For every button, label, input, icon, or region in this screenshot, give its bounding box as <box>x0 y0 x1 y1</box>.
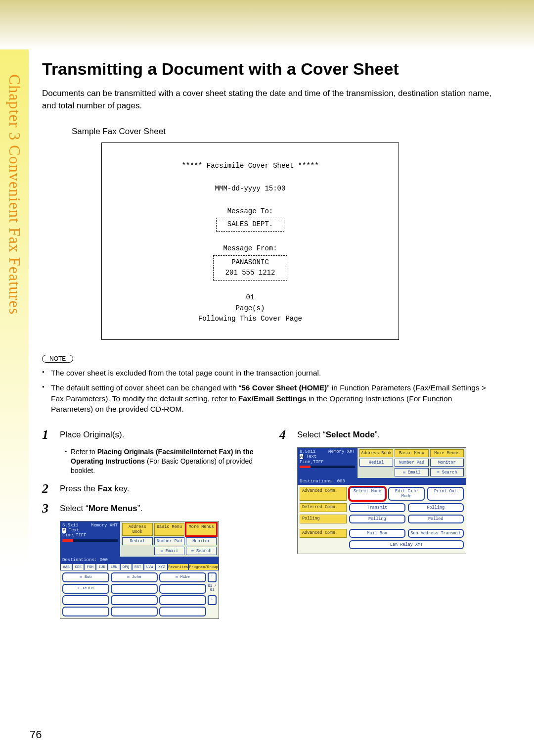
step-3-text: Select “More Menus”. <box>60 501 142 514</box>
lcd4-sub-address-transmit[interactable]: Sub Address Transmit <box>408 529 464 538</box>
lcd3-contact[interactable]: ✉ Mike <box>159 572 206 582</box>
lcd4-label-advcomm: Advanced Comm. <box>300 487 347 501</box>
lcd3-tab[interactable]: CDE <box>72 564 84 570</box>
cover-datetime: MMM-dd-yyyy 15:00 <box>112 184 389 194</box>
lcd3-tab[interactable]: #AB <box>60 564 72 570</box>
cover-msgfrom-box: PANASONIC 201 555 1212 <box>213 255 288 281</box>
note-1: The cover sheet is excluded from the tot… <box>42 368 492 378</box>
cover-following: Following This Cover Page <box>112 314 389 325</box>
lcd4-number-pad[interactable]: Number Pad <box>395 459 428 467</box>
lcd3-down-arrow[interactable]: ↓ <box>208 595 217 605</box>
lcd3-tab[interactable]: XYZ <box>156 564 168 570</box>
cover-pages-label: Page(s) <box>112 303 389 314</box>
notes-block: The cover sheet is excluded from the tot… <box>42 368 492 415</box>
lcd3-tabs: #AB CDE FGH IJK LMN OPQ RST UVW XYZ Favo… <box>60 564 219 570</box>
step-1-sub: Refer to Placing Originals (Facsimile/In… <box>65 447 255 475</box>
cover-msgto-value: SALES DEPT. <box>216 218 284 232</box>
lcd3-tab-program[interactable]: Program/Group <box>188 564 219 570</box>
lcd3-up-arrow[interactable]: ↑ <box>208 572 217 582</box>
lcd-step4: 8.5x11Memory XMT A Text Fine,TIFF Addres… <box>297 447 466 554</box>
lcd4-select-mode[interactable]: Select Mode <box>349 487 386 501</box>
lcd3-email[interactable]: ✉ Email <box>154 547 185 555</box>
page-title: Transmitting a Document with a Cover She… <box>42 59 492 79</box>
lcd3-empty-slot[interactable] <box>111 584 158 594</box>
lcd3-contact[interactable]: ✉ John <box>111 572 158 582</box>
cover-msgto-label: Message To: <box>112 206 389 217</box>
step-2-num: 2 <box>42 481 53 496</box>
lcd3-redial[interactable]: Redial <box>122 537 153 545</box>
step-3: 3 Select “More Menus”. <box>42 501 255 516</box>
lcd3-empty-slot[interactable] <box>111 595 158 605</box>
step-4-num: 4 <box>279 427 290 442</box>
lcd4-monitor[interactable]: Monitor <box>430 459 464 467</box>
step-3-num: 3 <box>42 501 53 516</box>
lcd4-status: 8.5x11Memory XMT A Text Fine,TIFF <box>298 448 357 478</box>
cover-header: ***** Facsimile Cover Sheet ***** <box>112 161 389 172</box>
lcd4-basic-menu[interactable]: Basic Menu <box>395 449 428 457</box>
lcd3-status: 8.5x11Memory XMT A Text Fine,TIFF <box>60 521 120 557</box>
lcd3-address-book[interactable]: Address Book <box>122 523 153 536</box>
lcd3-contact[interactable]: ☏ Tel01 <box>62 584 109 594</box>
lcd4-label-advcomm2: Advanced Comm. <box>300 529 347 538</box>
lcd3-destinations: Destinations: 000 <box>60 557 219 564</box>
page-number: 76 <box>30 728 42 741</box>
lcd4-address-book[interactable]: Address Book <box>359 449 393 457</box>
lcd4-edit-file-mode[interactable]: Edit File Mode <box>388 487 425 501</box>
lcd4-search[interactable]: ⌨ Search <box>430 468 464 476</box>
lcd4-print-out[interactable]: Print Out <box>427 487 464 501</box>
cover-sheet-sample: ***** Facsimile Cover Sheet ***** MMM-dd… <box>101 142 399 340</box>
lcd4-redial[interactable]: Redial <box>359 459 393 467</box>
lcd3-tab-favorites[interactable]: Favorites <box>168 564 189 570</box>
step-1-num: 1 <box>42 427 53 442</box>
lcd3-search[interactable]: ⌨ Search <box>186 547 217 555</box>
lcd3-number-pad[interactable]: Number Pad <box>154 537 185 545</box>
cover-msgfrom-label: Message From: <box>112 243 389 254</box>
step-1: 1 Place Original(s). <box>42 427 255 442</box>
lcd3-empty-slot[interactable] <box>111 607 158 616</box>
lcd4-mailbox[interactable]: Mail Box <box>349 529 405 538</box>
lcd4-polled-btn[interactable]: Polled <box>408 515 464 523</box>
lcd4-label-deferred: Deferred Comm. <box>300 503 347 512</box>
note-2: The default setting of cover sheet can b… <box>42 382 492 415</box>
lcd4-more-menus[interactable]: More Menus <box>430 449 464 457</box>
lcd3-tab[interactable]: LMN <box>108 564 120 570</box>
lcd3-empty-slot[interactable] <box>159 584 206 594</box>
lcd4-destinations: Destinations: 000 <box>298 478 466 485</box>
step-1-text: Place Original(s). <box>60 427 124 440</box>
sample-cover-label: Sample Fax Cover Sheet <box>72 127 492 137</box>
lcd3-tab[interactable]: UVW <box>144 564 156 570</box>
lcd4-email[interactable]: ✉ Email <box>395 468 428 476</box>
lcd4-polling[interactable]: Polling <box>408 503 464 512</box>
lcd3-empty-slot[interactable] <box>159 595 206 605</box>
lcd3-empty-slot[interactable] <box>159 607 206 616</box>
step-4-text: Select “Select Mode”. <box>297 427 380 440</box>
step-2: 2 Press the Fax key. <box>42 481 255 496</box>
lcd4-modes: Advanced Comm. Select Mode Edit File Mod… <box>298 485 466 554</box>
lcd3-more-menus[interactable]: More Menus <box>186 523 217 536</box>
top-gradient <box>0 0 534 49</box>
chapter-label: Chapter 3 Convenient Fax Features <box>4 74 24 381</box>
lcd3-page-indicator: 01 / 01 <box>208 584 217 594</box>
step-4: 4 Select “Select Mode”. <box>279 427 492 442</box>
cover-msgfrom-tel: 201 555 1212 <box>225 268 275 279</box>
lcd4-polling-btn[interactable]: Polling <box>349 515 405 523</box>
note-tag: NOTE <box>42 355 73 363</box>
lcd3-tab[interactable]: RST <box>132 564 144 570</box>
lcd3-empty-slot[interactable] <box>62 607 109 616</box>
lcd-step3: 8.5x11Memory XMT A Text Fine,TIFF Addres… <box>60 521 219 619</box>
step-2-text: Press the Fax key. <box>60 481 129 494</box>
lcd3-tab[interactable]: OPQ <box>120 564 132 570</box>
lcd3-tab[interactable]: FGH <box>84 564 96 570</box>
lcd4-lan-relay-xmt[interactable]: Lan Relay XMT <box>349 540 464 549</box>
lcd3-monitor[interactable]: Monitor <box>186 537 217 545</box>
lcd3-basic-menu[interactable]: Basic Menu <box>154 523 185 536</box>
lcd3-contacts: ✉ Bob ✉ John ✉ Mike ↑ ☏ Tel01 01 / 01 ↓ <box>60 570 219 618</box>
cover-msgfrom-name: PANASONIC <box>225 257 275 268</box>
cover-pages-num: 01 <box>112 292 389 303</box>
lcd3-empty-slot[interactable] <box>62 595 109 605</box>
lcd3-tab[interactable]: IJK <box>96 564 108 570</box>
lcd4-label-polling: Polling <box>300 515 347 523</box>
intro-paragraph: Documents can be transmitted with a cove… <box>42 88 492 112</box>
lcd3-contact[interactable]: ✉ Bob <box>62 572 109 582</box>
lcd4-transmit[interactable]: Transmit <box>349 503 405 512</box>
